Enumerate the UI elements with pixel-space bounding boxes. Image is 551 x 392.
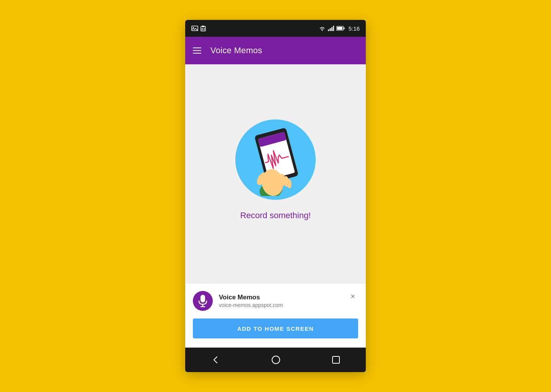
phone-hand-illustration [245, 123, 306, 196]
svg-rect-25 [201, 295, 205, 302]
app-title: Voice Memos [210, 46, 262, 56]
banner-header: Voice Memos voice-memos.appspot.com × [193, 291, 358, 311]
svg-rect-14 [337, 27, 342, 30]
main-content: Record something! [185, 64, 366, 283]
banner-app-name: Voice Memos [219, 293, 358, 302]
svg-rect-4 [202, 28, 203, 29]
nav-back-button[interactable] [211, 355, 220, 364]
sim-icon [201, 25, 206, 31]
svg-rect-9 [328, 29, 329, 31]
record-prompt-text: Record something! [240, 211, 311, 220]
svg-rect-29 [333, 356, 339, 363]
status-bar-left [191, 25, 316, 31]
svg-rect-7 [204, 30, 205, 30]
app-bar: Voice Memos [185, 37, 366, 64]
wifi-icon [319, 26, 326, 31]
svg-rect-6 [202, 30, 203, 30]
svg-point-8 [321, 30, 323, 31]
mic-icon [197, 294, 208, 307]
svg-point-1 [193, 27, 194, 28]
home-icon [271, 355, 280, 364]
recents-icon [332, 356, 340, 364]
nav-home-button[interactable] [271, 355, 280, 364]
banner-app-icon [193, 291, 213, 311]
svg-rect-12 [333, 26, 334, 31]
photo-icon [191, 26, 198, 31]
banner-close-button[interactable]: × [347, 291, 358, 302]
svg-point-28 [272, 356, 280, 364]
nav-bar [185, 348, 366, 372]
phone-frame: 5:16 Voice Memos [185, 20, 366, 372]
add-to-home-banner: Voice Memos voice-memos.appspot.com × AD… [185, 283, 366, 348]
banner-app-url: voice-memos.appspot.com [219, 302, 358, 309]
status-time: 5:16 [349, 25, 360, 32]
status-icons-right: 5:16 [319, 25, 360, 32]
svg-rect-11 [331, 27, 333, 31]
illustration-circle [235, 119, 316, 200]
banner-app-info: Voice Memos voice-memos.appspot.com [219, 293, 358, 309]
nav-recents-button[interactable] [332, 356, 340, 364]
hamburger-menu-icon[interactable] [193, 47, 201, 54]
svg-rect-10 [329, 28, 331, 31]
back-icon [211, 355, 220, 364]
add-to-home-screen-button[interactable]: ADD TO HOME SCREEN [193, 318, 358, 338]
svg-rect-15 [344, 28, 345, 29]
svg-rect-3 [202, 26, 204, 27]
battery-icon [336, 26, 345, 31]
status-bar: 5:16 [185, 20, 366, 37]
signal-icon [328, 26, 334, 31]
svg-rect-5 [204, 28, 205, 29]
